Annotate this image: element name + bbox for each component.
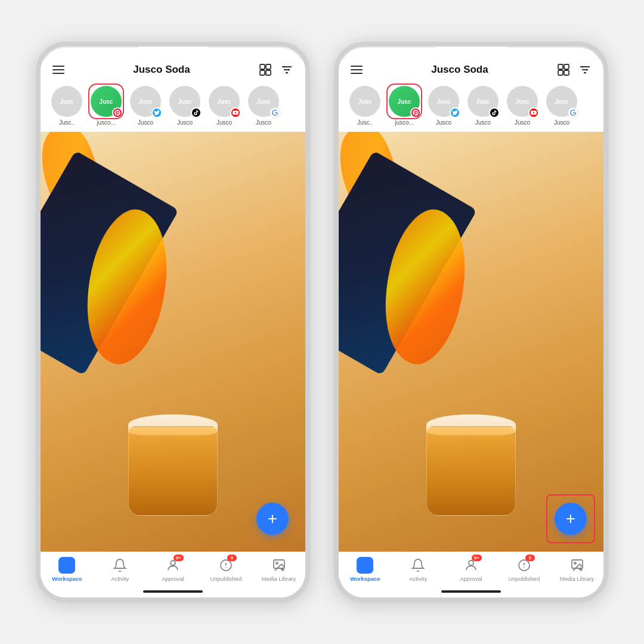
header-left: Jusco Soda — [41, 60, 305, 81]
tab-workspace-left[interactable]: Workspace — [41, 557, 94, 582]
menu-button-right[interactable] — [351, 66, 363, 74]
accounts-row-left: Jusc Jusc.. Jusc — [41, 81, 305, 132]
account-item-1-right[interactable]: Jusc Jusc.. — [348, 86, 382, 126]
header-right: Jusco Soda — [339, 60, 603, 81]
account-item-4-left[interactable]: Jusc Jusco — [168, 86, 202, 126]
notch-left — [137, 47, 209, 60]
account-item-1-left[interactable]: Jusc Jusc.. — [50, 86, 83, 126]
glass-body-right — [426, 426, 516, 516]
account-avatar-5-right: Jusc — [507, 86, 538, 117]
tab-label-media-right: Media Library — [560, 575, 595, 582]
svg-rect-3 — [266, 70, 271, 75]
glass-right — [423, 414, 519, 516]
account-label-5-left: Jusco — [216, 119, 232, 126]
google-badge-left — [270, 107, 280, 118]
unpublished-icon-left: 5 — [218, 557, 234, 574]
account-label-6-right: Jusco — [554, 119, 569, 126]
svg-rect-13 — [67, 566, 72, 570]
account-item-6-left[interactable]: Jusc Jusco — [247, 86, 280, 126]
tab-workspace-right[interactable]: Workspace — [339, 557, 392, 582]
tab-label-unpublished-left: Unpublished — [210, 575, 242, 582]
account-item-3-right[interactable]: Jusc Jusco — [427, 86, 460, 126]
phone-left: Jusco Soda — [36, 42, 310, 602]
tab-label-approval-left: Approval — [162, 575, 184, 582]
twitter-badge-left — [151, 107, 162, 118]
media-icon-left — [271, 557, 287, 574]
youtube-badge-left — [230, 107, 241, 118]
account-label-1-left: Jusc.. — [59, 119, 75, 126]
account-avatar-1-right: Jusc — [349, 86, 380, 117]
tab-unpublished-right[interactable]: 5 Unpublished — [497, 557, 550, 582]
svg-point-41 — [574, 562, 576, 564]
account-item-3-left[interactable]: Jusc Jusco — [129, 86, 162, 126]
tab-activity-right[interactable]: Activity — [392, 557, 445, 582]
svg-point-36 — [469, 561, 473, 565]
tab-bar-left: Workspace Activity — [41, 552, 305, 586]
app-title-right: Jusco Soda — [431, 64, 488, 76]
account-avatar-3-right: Jusc — [428, 86, 459, 117]
account-label-5-right: Jusco — [515, 119, 530, 126]
account-item-6-right[interactable]: Jusc Jusco — [545, 86, 578, 126]
approval-badge-right: 9+ — [472, 555, 482, 561]
tab-label-approval-right: Approval — [460, 575, 482, 582]
header-icons-right — [557, 63, 592, 76]
svg-rect-22 — [558, 64, 563, 69]
svg-rect-1 — [266, 64, 271, 69]
activity-icon-left — [112, 557, 128, 574]
account-label-4-right: Jusco — [475, 119, 491, 126]
svg-point-7 — [283, 66, 285, 68]
fab-button-left[interactable]: + — [256, 503, 289, 535]
account-label-1-right: Jusc.. — [357, 119, 373, 126]
grid-icon-left[interactable] — [259, 63, 272, 76]
account-label-6-left: Jusco — [256, 119, 271, 126]
tab-approval-left[interactable]: 9+ Approval — [147, 557, 200, 582]
menu-button-left[interactable] — [52, 66, 64, 74]
account-avatar-6-left: Jusc — [248, 86, 279, 117]
tab-unpublished-left[interactable]: 5 Unpublished — [199, 557, 252, 582]
account-avatar-1-left: Jusc — [51, 86, 82, 117]
twitter-badge-right — [450, 107, 460, 118]
svg-rect-11 — [67, 561, 72, 565]
account-avatar-4-left: Jusc — [169, 86, 200, 117]
workspace-icon-left — [58, 557, 75, 574]
unpublished-icon-right: 5 — [516, 557, 532, 574]
svg-point-19 — [276, 562, 278, 564]
svg-point-9 — [286, 72, 287, 74]
account-label-3-right: Jusco — [436, 119, 451, 126]
bottom-indicator-left — [41, 586, 305, 597]
account-avatar-2-right: Jusc — [389, 86, 420, 117]
app-title-left: Jusco Soda — [133, 64, 190, 76]
tab-approval-right[interactable]: 9+ Approval — [445, 557, 498, 582]
fab-button-right[interactable]: + — [555, 503, 587, 535]
grid-icon-right[interactable] — [557, 63, 570, 76]
content-area-left: + — [41, 132, 305, 552]
tab-media-left[interactable]: Media Library — [252, 557, 305, 582]
svg-rect-34 — [360, 566, 364, 570]
account-item-2-right[interactable]: Jusc jusco... — [388, 86, 421, 126]
content-area-right: + — [339, 132, 603, 552]
svg-rect-0 — [260, 64, 265, 69]
svg-rect-25 — [564, 70, 569, 75]
tab-label-media-left: Media Library — [262, 575, 296, 582]
svg-rect-2 — [260, 70, 265, 75]
bottom-indicator-right — [339, 586, 603, 597]
notch-right — [435, 47, 507, 60]
account-item-5-left[interactable]: Jusc Jusco — [208, 86, 241, 126]
svg-point-31 — [584, 72, 586, 74]
unpublished-badge-right: 5 — [525, 555, 535, 561]
tab-media-right[interactable]: Media Library — [550, 557, 603, 582]
account-avatar-5-left: Jusc — [209, 86, 240, 117]
filter-icon-right[interactable] — [578, 63, 592, 76]
account-label-2-right: jusco... — [395, 119, 414, 126]
svg-rect-32 — [360, 561, 364, 565]
account-item-4-right[interactable]: Jusc Jusco — [466, 86, 500, 126]
account-item-5-right[interactable]: Jusc Jusco — [506, 86, 539, 126]
google-badge-right — [568, 107, 578, 118]
glass-body-left — [128, 426, 218, 516]
account-item-2-left[interactable]: Jusc jusco... — [89, 86, 123, 126]
tab-activity-left[interactable]: Activity — [94, 557, 147, 582]
filter-icon-left[interactable] — [280, 63, 293, 76]
account-avatar-4-right: Jusc — [467, 86, 499, 117]
account-label-2-left: jusco... — [97, 119, 116, 126]
account-avatar-6-right: Jusc — [546, 86, 577, 117]
